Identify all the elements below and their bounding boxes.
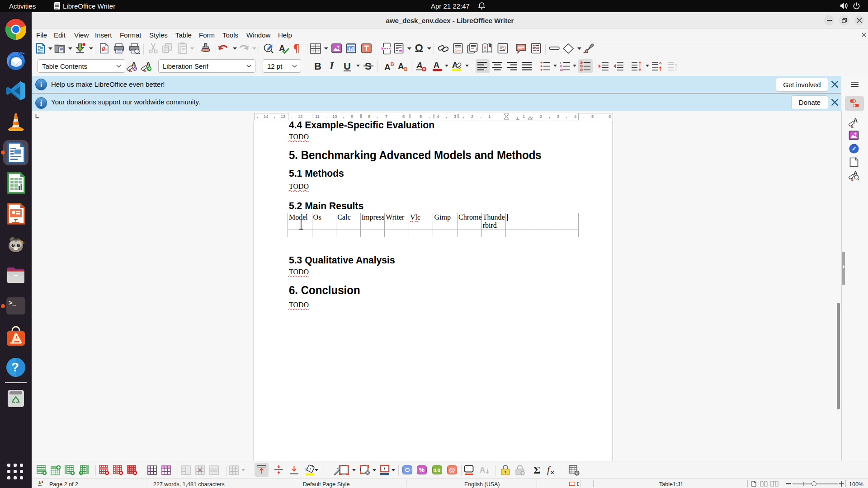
svg-text:@: @ bbox=[449, 466, 455, 474]
svg-text:A: A bbox=[279, 43, 285, 53]
svg-text:>_: >_ bbox=[9, 300, 16, 307]
svg-text:?: ? bbox=[11, 360, 19, 374]
svg-text:A: A bbox=[434, 61, 439, 70]
svg-text:Σ: Σ bbox=[533, 465, 541, 475]
svg-text:0.0: 0.0 bbox=[434, 468, 440, 473]
svg-text:A: A bbox=[480, 466, 485, 474]
svg-text:II: II bbox=[560, 65, 562, 68]
svg-text:%: % bbox=[419, 466, 425, 474]
svg-text:1: 1 bbox=[455, 48, 457, 53]
svg-text:×: × bbox=[551, 469, 554, 475]
svg-text:III: III bbox=[560, 68, 563, 71]
svg-text:A: A bbox=[416, 61, 423, 70]
svg-text:Ω: Ω bbox=[415, 43, 423, 54]
